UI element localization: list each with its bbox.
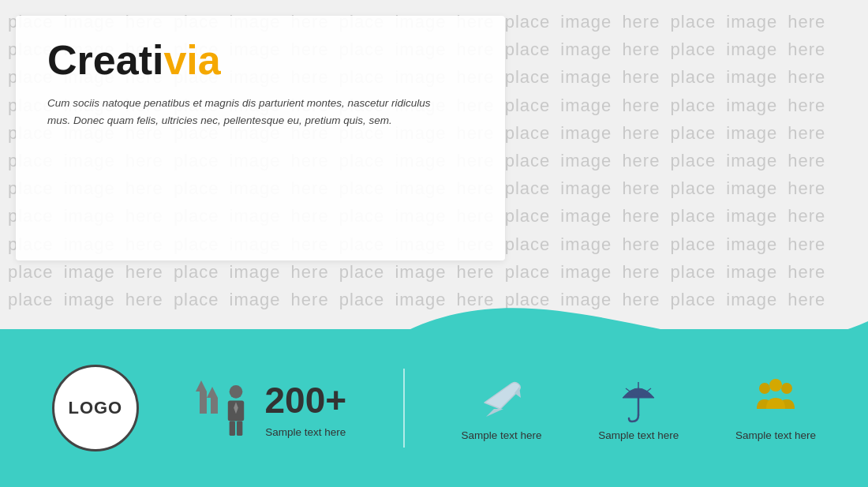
people-group-label: Sample text here	[735, 429, 816, 441]
logo-text: LOGO	[68, 398, 122, 418]
stat-block: 200+ Sample text here	[196, 379, 347, 438]
svg-point-4	[229, 385, 242, 399]
umbrella-icon	[615, 376, 662, 423]
vertical-divider	[403, 369, 405, 448]
brand-card: Creativia Cum sociis natoque penatibus e…	[16, 16, 505, 260]
logo-circle: LOGO	[52, 365, 139, 451]
stat-label: Sample text here	[265, 426, 346, 438]
umbrella-icon-item: Sample text here	[598, 376, 679, 441]
person-icon	[221, 384, 251, 436]
arrows-icon	[196, 380, 218, 436]
umbrella-label: Sample text here	[598, 429, 679, 441]
brand-title: Creativia	[47, 39, 473, 81]
svg-rect-8	[236, 421, 241, 436]
svg-rect-1	[200, 391, 207, 414]
svg-marker-2	[207, 387, 218, 398]
svg-point-14	[781, 383, 792, 394]
brand-description: Cum sociis natoque penatibus et magnis d…	[47, 95, 442, 130]
svg-point-15	[769, 379, 782, 391]
brand-name-black: Creati	[47, 37, 163, 83]
svg-rect-3	[211, 398, 218, 414]
stat-col: 200+ Sample text here	[265, 379, 347, 438]
plane-icon-item: Sample text here	[462, 376, 542, 441]
people-group-icon	[752, 376, 799, 423]
stat-number: 200+	[265, 379, 347, 421]
plane-icon	[478, 376, 526, 423]
bottom-bar: LOGO	[0, 329, 868, 487]
people-group-icon-item: Sample text here	[735, 376, 816, 441]
plane-label: Sample text here	[462, 429, 542, 441]
svg-rect-7	[229, 421, 234, 436]
svg-point-13	[759, 383, 770, 394]
svg-marker-0	[196, 380, 207, 391]
brand-name-yellow: via	[163, 37, 220, 83]
people-growth-icon	[196, 380, 251, 436]
